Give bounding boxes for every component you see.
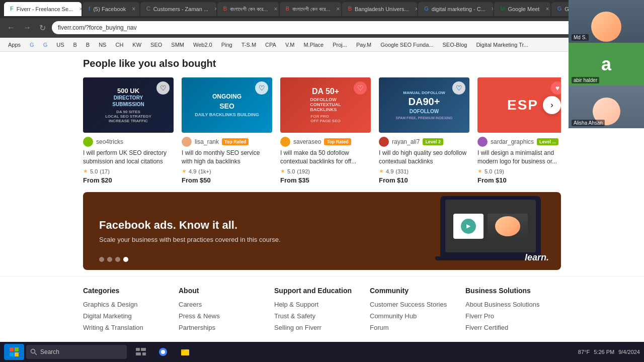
tab-bangladesh[interactable]: B Bangladesh Univers... × xyxy=(342,2,418,16)
bookmarks-bar: Apps G G US B B NS CH KW SEO SMM Web2.0 … xyxy=(0,38,644,52)
bookmark-vm[interactable]: V.M xyxy=(281,41,299,49)
bookmark-proj[interactable]: Proj... xyxy=(329,41,351,49)
reload-button[interactable]: ↻ xyxy=(37,23,48,33)
bookmark-kw[interactable]: KW xyxy=(128,41,145,49)
product-card-3[interactable]: DA 50+ DOFOLLOWCONTEXTUALBACKLINKS FOR P… xyxy=(280,77,371,184)
footer-link-forum[interactable]: Forum xyxy=(370,324,465,331)
card-description-3: I will make da 50 dofollow contextual ba… xyxy=(280,149,371,166)
tab-close-bangla1[interactable]: × xyxy=(274,6,277,13)
taskbar-search-box[interactable]: Search xyxy=(26,345,127,359)
banner-dot-2[interactable] xyxy=(107,257,112,262)
video-person-1-name: Md S. xyxy=(572,34,589,41)
bookmark-seoblog[interactable]: SEO-Blog xyxy=(438,41,471,49)
bookmark-ch[interactable]: CH xyxy=(111,41,127,49)
footer-link-careers[interactable]: Careers xyxy=(179,301,274,308)
tab-customers[interactable]: C Customers - Zaman ... × xyxy=(140,2,216,16)
banner-dot-1[interactable] xyxy=(99,257,104,262)
seller-name-5: sardar_graphics xyxy=(491,138,534,145)
footer-link-writing[interactable]: Writing & Translation xyxy=(83,324,179,331)
bookmark-g2[interactable]: G xyxy=(39,41,52,49)
bookmark-b1[interactable]: B xyxy=(69,41,80,49)
tab-close-customers[interactable]: × xyxy=(214,6,216,13)
tab-label: digital marketing - C... xyxy=(432,6,486,12)
back-button[interactable]: ← xyxy=(5,23,17,32)
footer-link-about-business[interactable]: About Business Solutions xyxy=(465,301,561,308)
svg-rect-7 xyxy=(141,348,146,351)
bookmark-tsm[interactable]: T-S.M xyxy=(237,41,260,49)
tab-meet[interactable]: M Google Meet × xyxy=(494,2,550,16)
footer-link-fiverr-certified[interactable]: Fiverr Certified xyxy=(465,324,561,331)
card-price-5: From $10 xyxy=(477,176,561,184)
bookmark-b2[interactable]: B xyxy=(82,41,94,49)
tab-close-meet[interactable]: × xyxy=(545,6,549,13)
svg-rect-1 xyxy=(15,347,19,351)
card-image-4: MANUAL DOFOLLOW DA90+ DOFOLLOW SPAM FREE… xyxy=(379,77,469,133)
product-card-5[interactable]: ESP ♥ sardar_graphics Level ... I will d… xyxy=(477,77,561,184)
tab-close-facebook[interactable]: × xyxy=(132,6,135,13)
bookmark-apps[interactable]: Apps xyxy=(4,41,25,49)
tab-close-fiverr[interactable]: × xyxy=(79,6,82,13)
wishlist-button-2[interactable]: ♡ xyxy=(255,81,268,95)
wishlist-button-4[interactable]: ♡ xyxy=(452,81,465,95)
taskbar-app-explorer[interactable] xyxy=(175,343,195,361)
meet-favicon: M xyxy=(500,6,505,13)
tab-label: বাংলাদেশী কেন করে... xyxy=(292,6,330,13)
product-card-2[interactable]: ONGOING SEO DAILY BACKLINKS BUILDING ♡ l… xyxy=(182,77,272,184)
tab-bangla2[interactable]: B বাংলাদেশী কেন করে... × xyxy=(280,2,341,16)
taskbar-app-taskview[interactable] xyxy=(131,343,151,361)
address-bar-row: ← → ↻ fiverr.com/?force_buying_nav G xyxy=(0,18,644,37)
footer-link-partnerships[interactable]: Partnerships xyxy=(179,324,274,331)
bookmark-g1[interactable]: G xyxy=(26,41,38,49)
tab-close-bangla2[interactable]: × xyxy=(336,6,340,13)
footer-link-fiverr-pro[interactable]: Fiverr Pro xyxy=(465,312,561,320)
tab-bangla1[interactable]: B বাংলাদেশী কেন করে... × xyxy=(217,2,279,16)
bookmark-web20[interactable]: Web2.0 xyxy=(189,41,216,49)
bookmark-smm[interactable]: SMM xyxy=(167,41,188,49)
footer-link-digital-marketing[interactable]: Digital Marketing xyxy=(83,312,179,320)
footer-link-community-hub[interactable]: Community Hub xyxy=(370,312,465,320)
bookmark-ping[interactable]: Ping xyxy=(217,41,236,49)
start-button[interactable] xyxy=(4,344,24,360)
forward-button[interactable]: → xyxy=(21,23,33,32)
bookmark-paym[interactable]: Pay.M xyxy=(352,41,375,49)
workspace-favicon: G xyxy=(557,6,562,13)
footer-link-graphics[interactable]: Graphics & Design xyxy=(83,301,179,308)
bookmark-mplace[interactable]: M.Place xyxy=(299,41,328,49)
banner-dot-3[interactable] xyxy=(115,257,120,262)
video-thumb-1: Md S. xyxy=(569,0,644,43)
tab-label: Customers - Zaman ... xyxy=(153,6,208,12)
tab-digital[interactable]: G digital marketing - C... × xyxy=(418,2,493,16)
address-bar[interactable]: fiverr.com/?force_buying_nav xyxy=(52,21,599,34)
bookmark-seo[interactable]: SEO xyxy=(146,41,166,49)
review-count-3: (192) xyxy=(297,168,310,174)
bookmark-us[interactable]: US xyxy=(52,41,68,49)
footer-link-selling[interactable]: Selling on Fiverr xyxy=(274,324,370,331)
wishlist-button-1[interactable]: ♡ xyxy=(156,81,170,95)
video-overlay: Md S. a abir halder Alisha Ahsan xyxy=(569,0,644,128)
bookmark-googleseo[interactable]: Google SEO Funda... xyxy=(376,41,437,49)
card5-img-text: ESP xyxy=(507,97,538,113)
footer-link-trust[interactable]: Trust & Safety xyxy=(274,312,370,320)
bookmark-cpa[interactable]: CPA xyxy=(261,41,280,49)
next-arrow-button[interactable]: › xyxy=(543,96,561,114)
product-card-1[interactable]: 500 UK DIRECTORYSUBMISSION DA 90 SITESLO… xyxy=(83,77,174,184)
product-card-4[interactable]: MANUAL DOFOLLOW DA90+ DOFOLLOW SPAM FREE… xyxy=(379,77,469,184)
rating-value-2: 4.9 xyxy=(189,168,196,174)
tab-facebook[interactable]: f (5) Facebook × xyxy=(83,2,139,16)
top-rated-badge-3: Top Rated xyxy=(324,138,351,145)
bookmark-ns[interactable]: NS xyxy=(95,41,110,49)
tab-close-bangladesh[interactable]: × xyxy=(415,6,418,13)
taskbar-search-text: Search xyxy=(40,348,59,355)
tab-fiverr[interactable]: F Fiverr - Freelance Se... × xyxy=(4,2,82,16)
rating-value-5: 5.0 xyxy=(485,168,492,174)
taskbar-app-chrome[interactable] xyxy=(153,343,173,361)
footer-link-press-news[interactable]: Press & News xyxy=(179,312,274,320)
banner-dot-4[interactable] xyxy=(123,257,128,262)
footer-link-help[interactable]: Help & Support xyxy=(274,301,370,308)
footer-link-success-stories[interactable]: Customer Success Stories xyxy=(370,301,465,308)
tab-close-digital[interactable]: × xyxy=(492,6,494,13)
bookmark-digital[interactable]: Digital Marketing Tr... xyxy=(472,41,532,49)
wishlist-button-5[interactable]: ♥ xyxy=(551,81,561,95)
wishlist-button-3[interactable]: ♡ xyxy=(354,81,367,95)
bangladesh-favicon: B xyxy=(348,6,352,13)
